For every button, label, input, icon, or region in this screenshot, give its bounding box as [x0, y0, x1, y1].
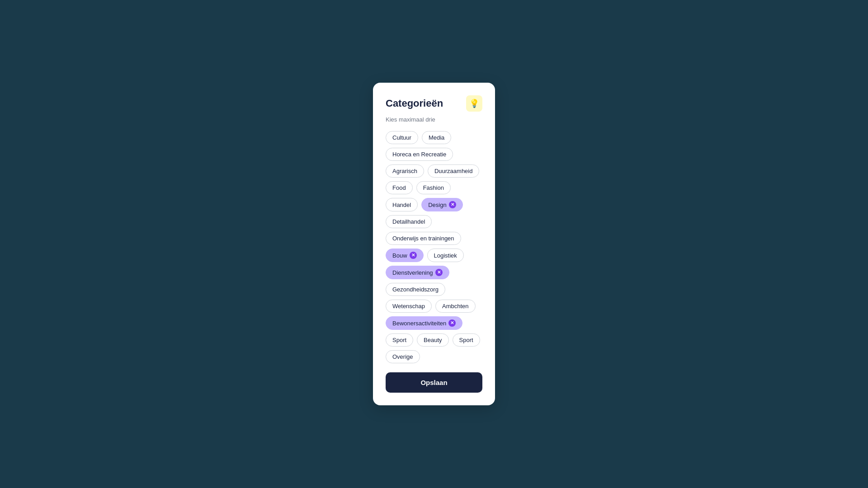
tag-bouw[interactable]: Bouw✕ — [386, 249, 424, 262]
tag-detailhandel[interactable]: Detailhandel — [386, 215, 432, 228]
tag-label: Horeca en Recreatie — [392, 151, 446, 158]
tag-handel[interactable]: Handel — [386, 198, 418, 211]
tag-label: Ambchten — [442, 303, 469, 310]
tag-label: Design — [428, 202, 446, 208]
tag-beauty[interactable]: Beauty — [417, 333, 448, 347]
tag-design[interactable]: Design✕ — [421, 198, 462, 211]
tag-overige[interactable]: Overige — [386, 350, 420, 363]
tag-label: Wetenschap — [392, 303, 425, 310]
tag-duurzaamheid[interactable]: Duurzaamheid — [428, 164, 480, 178]
tag-onderwijs[interactable]: Onderwijs en trainingen — [386, 232, 461, 245]
tag-food[interactable]: Food — [386, 181, 413, 194]
tag-label: Logistiek — [434, 252, 457, 259]
tag-sport1[interactable]: Sport — [386, 333, 413, 347]
tag-label: Sport — [392, 337, 406, 343]
tag-gezondheidszorg[interactable]: Gezondheidszorg — [386, 283, 445, 296]
tag-horeca[interactable]: Horeca en Recreatie — [386, 148, 453, 161]
tag-label: Agrarisch — [392, 168, 417, 174]
tag-cultuur[interactable]: Cultuur — [386, 131, 418, 144]
save-button[interactable]: Opslaan — [386, 372, 482, 393]
tag-label: Onderwijs en trainingen — [392, 235, 454, 242]
tag-label: Duurzaamheid — [434, 168, 473, 174]
tag-label: Beauty — [424, 337, 442, 343]
subtitle: Kies maximaal drie — [386, 116, 482, 123]
tag-logistiek[interactable]: Logistiek — [427, 249, 464, 262]
tag-label: Media — [429, 134, 444, 141]
tag-agrarisch[interactable]: Agrarisch — [386, 164, 424, 178]
tag-label: Dienstverlening — [392, 269, 433, 276]
tag-close-icon[interactable]: ✕ — [449, 201, 456, 208]
modal-title: Categorieën — [386, 98, 443, 109]
tag-label: Bewonersactiviteiten — [392, 320, 446, 327]
hint-button[interactable]: 💡 — [466, 95, 482, 112]
tag-close-icon[interactable]: ✕ — [410, 252, 417, 259]
tag-label: Fashion — [423, 184, 444, 191]
lightbulb-icon: 💡 — [469, 99, 479, 108]
tags-container: CultuurMediaHoreca en RecreatieAgrarisch… — [386, 131, 482, 363]
modal-header: Categorieën 💡 — [386, 95, 482, 112]
tag-fashion[interactable]: Fashion — [416, 181, 451, 194]
tag-label: Detailhandel — [392, 218, 425, 225]
tag-close-icon[interactable]: ✕ — [435, 269, 443, 276]
tag-label: Sport — [459, 337, 473, 343]
tag-label: Food — [392, 184, 406, 191]
tag-ambchten[interactable]: Ambchten — [435, 300, 476, 313]
tag-label: Gezondheidszorg — [392, 286, 439, 293]
tag-close-icon[interactable]: ✕ — [448, 319, 456, 327]
tag-dienstverlening[interactable]: Dienstverlening✕ — [386, 266, 449, 279]
tag-label: Bouw — [392, 252, 407, 259]
tag-bewonersactiviteiten[interactable]: Bewonersactiviteiten✕ — [386, 316, 462, 330]
tag-label: Overige — [392, 353, 413, 360]
categories-modal: Categorieën 💡 Kies maximaal drie Cultuur… — [373, 83, 495, 405]
tag-media[interactable]: Media — [422, 131, 451, 144]
tag-sport2[interactable]: Sport — [453, 333, 480, 347]
tag-label: Handel — [392, 202, 411, 208]
tag-label: Cultuur — [392, 134, 411, 141]
tag-wetenschap[interactable]: Wetenschap — [386, 300, 432, 313]
